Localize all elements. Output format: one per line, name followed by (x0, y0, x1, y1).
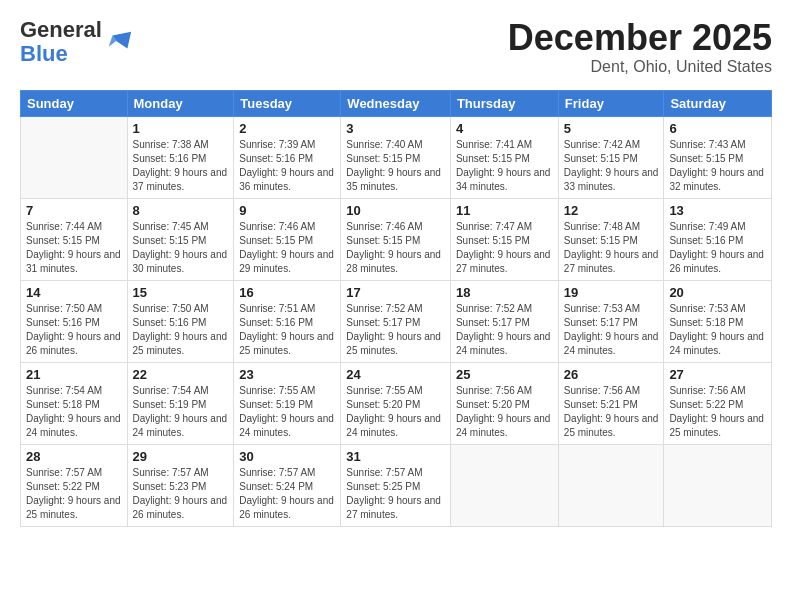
day-cell: 25Sunrise: 7:56 AMSunset: 5:20 PMDayligh… (450, 362, 558, 444)
day-cell: 22Sunrise: 7:54 AMSunset: 5:19 PMDayligh… (127, 362, 234, 444)
weekday-header-monday: Monday (127, 90, 234, 116)
day-number: 15 (133, 285, 229, 300)
weekday-header-thursday: Thursday (450, 90, 558, 116)
day-cell: 15Sunrise: 7:50 AMSunset: 5:16 PMDayligh… (127, 280, 234, 362)
day-number: 24 (346, 367, 445, 382)
day-number: 26 (564, 367, 659, 382)
day-info: Sunrise: 7:56 AMSunset: 5:22 PMDaylight:… (669, 384, 766, 440)
day-number: 12 (564, 203, 659, 218)
day-cell: 28Sunrise: 7:57 AMSunset: 5:22 PMDayligh… (21, 444, 128, 526)
day-cell: 20Sunrise: 7:53 AMSunset: 5:18 PMDayligh… (664, 280, 772, 362)
day-cell: 29Sunrise: 7:57 AMSunset: 5:23 PMDayligh… (127, 444, 234, 526)
day-number: 30 (239, 449, 335, 464)
day-cell: 9Sunrise: 7:46 AMSunset: 5:15 PMDaylight… (234, 198, 341, 280)
day-cell: 18Sunrise: 7:52 AMSunset: 5:17 PMDayligh… (450, 280, 558, 362)
day-info: Sunrise: 7:56 AMSunset: 5:20 PMDaylight:… (456, 384, 553, 440)
day-cell: 11Sunrise: 7:47 AMSunset: 5:15 PMDayligh… (450, 198, 558, 280)
day-number: 18 (456, 285, 553, 300)
weekday-header-friday: Friday (558, 90, 664, 116)
main-container: General Blue December 2025 Dent, Ohio, U… (0, 0, 792, 537)
day-cell: 6Sunrise: 7:43 AMSunset: 5:15 PMDaylight… (664, 116, 772, 198)
day-cell: 24Sunrise: 7:55 AMSunset: 5:20 PMDayligh… (341, 362, 451, 444)
calendar-table: SundayMondayTuesdayWednesdayThursdayFrid… (20, 90, 772, 527)
day-cell: 3Sunrise: 7:40 AMSunset: 5:15 PMDaylight… (341, 116, 451, 198)
day-info: Sunrise: 7:55 AMSunset: 5:19 PMDaylight:… (239, 384, 335, 440)
day-cell: 14Sunrise: 7:50 AMSunset: 5:16 PMDayligh… (21, 280, 128, 362)
day-info: Sunrise: 7:38 AMSunset: 5:16 PMDaylight:… (133, 138, 229, 194)
day-info: Sunrise: 7:39 AMSunset: 5:16 PMDaylight:… (239, 138, 335, 194)
day-number: 21 (26, 367, 122, 382)
day-number: 16 (239, 285, 335, 300)
day-number: 19 (564, 285, 659, 300)
week-row-4: 21Sunrise: 7:54 AMSunset: 5:18 PMDayligh… (21, 362, 772, 444)
day-info: Sunrise: 7:49 AMSunset: 5:16 PMDaylight:… (669, 220, 766, 276)
logo-general: General (20, 17, 102, 42)
day-cell: 23Sunrise: 7:55 AMSunset: 5:19 PMDayligh… (234, 362, 341, 444)
day-info: Sunrise: 7:40 AMSunset: 5:15 PMDaylight:… (346, 138, 445, 194)
day-info: Sunrise: 7:57 AMSunset: 5:24 PMDaylight:… (239, 466, 335, 522)
day-number: 7 (26, 203, 122, 218)
day-number: 3 (346, 121, 445, 136)
day-cell: 2Sunrise: 7:39 AMSunset: 5:16 PMDaylight… (234, 116, 341, 198)
week-row-1: 1Sunrise: 7:38 AMSunset: 5:16 PMDaylight… (21, 116, 772, 198)
day-number: 8 (133, 203, 229, 218)
day-info: Sunrise: 7:54 AMSunset: 5:19 PMDaylight:… (133, 384, 229, 440)
day-number: 23 (239, 367, 335, 382)
day-number: 25 (456, 367, 553, 382)
day-info: Sunrise: 7:47 AMSunset: 5:15 PMDaylight:… (456, 220, 553, 276)
day-number: 27 (669, 367, 766, 382)
day-number: 14 (26, 285, 122, 300)
day-cell: 5Sunrise: 7:42 AMSunset: 5:15 PMDaylight… (558, 116, 664, 198)
day-info: Sunrise: 7:57 AMSunset: 5:23 PMDaylight:… (133, 466, 229, 522)
day-number: 6 (669, 121, 766, 136)
day-number: 17 (346, 285, 445, 300)
day-info: Sunrise: 7:42 AMSunset: 5:15 PMDaylight:… (564, 138, 659, 194)
weekday-header-wednesday: Wednesday (341, 90, 451, 116)
day-info: Sunrise: 7:41 AMSunset: 5:15 PMDaylight:… (456, 138, 553, 194)
day-info: Sunrise: 7:50 AMSunset: 5:16 PMDaylight:… (133, 302, 229, 358)
day-cell: 26Sunrise: 7:56 AMSunset: 5:21 PMDayligh… (558, 362, 664, 444)
day-info: Sunrise: 7:50 AMSunset: 5:16 PMDaylight:… (26, 302, 122, 358)
day-cell: 4Sunrise: 7:41 AMSunset: 5:15 PMDaylight… (450, 116, 558, 198)
weekday-header-sunday: Sunday (21, 90, 128, 116)
weekday-header-saturday: Saturday (664, 90, 772, 116)
day-info: Sunrise: 7:57 AMSunset: 5:22 PMDaylight:… (26, 466, 122, 522)
day-cell: 19Sunrise: 7:53 AMSunset: 5:17 PMDayligh… (558, 280, 664, 362)
day-info: Sunrise: 7:43 AMSunset: 5:15 PMDaylight:… (669, 138, 766, 194)
day-cell (450, 444, 558, 526)
day-cell: 27Sunrise: 7:56 AMSunset: 5:22 PMDayligh… (664, 362, 772, 444)
day-number: 5 (564, 121, 659, 136)
logo-blue: Blue (20, 41, 68, 66)
day-cell (664, 444, 772, 526)
day-info: Sunrise: 7:55 AMSunset: 5:20 PMDaylight:… (346, 384, 445, 440)
day-cell: 8Sunrise: 7:45 AMSunset: 5:15 PMDaylight… (127, 198, 234, 280)
day-info: Sunrise: 7:52 AMSunset: 5:17 PMDaylight:… (346, 302, 445, 358)
day-number: 11 (456, 203, 553, 218)
day-cell (21, 116, 128, 198)
day-info: Sunrise: 7:45 AMSunset: 5:15 PMDaylight:… (133, 220, 229, 276)
day-cell: 30Sunrise: 7:57 AMSunset: 5:24 PMDayligh… (234, 444, 341, 526)
day-number: 4 (456, 121, 553, 136)
day-number: 20 (669, 285, 766, 300)
day-info: Sunrise: 7:48 AMSunset: 5:15 PMDaylight:… (564, 220, 659, 276)
day-info: Sunrise: 7:53 AMSunset: 5:17 PMDaylight:… (564, 302, 659, 358)
day-number: 22 (133, 367, 229, 382)
day-number: 1 (133, 121, 229, 136)
day-info: Sunrise: 7:46 AMSunset: 5:15 PMDaylight:… (346, 220, 445, 276)
day-number: 10 (346, 203, 445, 218)
week-row-3: 14Sunrise: 7:50 AMSunset: 5:16 PMDayligh… (21, 280, 772, 362)
day-cell: 31Sunrise: 7:57 AMSunset: 5:25 PMDayligh… (341, 444, 451, 526)
day-info: Sunrise: 7:46 AMSunset: 5:15 PMDaylight:… (239, 220, 335, 276)
day-cell: 1Sunrise: 7:38 AMSunset: 5:16 PMDaylight… (127, 116, 234, 198)
day-cell: 10Sunrise: 7:46 AMSunset: 5:15 PMDayligh… (341, 198, 451, 280)
week-row-5: 28Sunrise: 7:57 AMSunset: 5:22 PMDayligh… (21, 444, 772, 526)
day-cell: 13Sunrise: 7:49 AMSunset: 5:16 PMDayligh… (664, 198, 772, 280)
day-info: Sunrise: 7:53 AMSunset: 5:18 PMDaylight:… (669, 302, 766, 358)
day-number: 9 (239, 203, 335, 218)
day-info: Sunrise: 7:52 AMSunset: 5:17 PMDaylight:… (456, 302, 553, 358)
day-cell: 16Sunrise: 7:51 AMSunset: 5:16 PMDayligh… (234, 280, 341, 362)
day-number: 2 (239, 121, 335, 136)
location: Dent, Ohio, United States (508, 58, 772, 76)
day-cell (558, 444, 664, 526)
day-number: 28 (26, 449, 122, 464)
